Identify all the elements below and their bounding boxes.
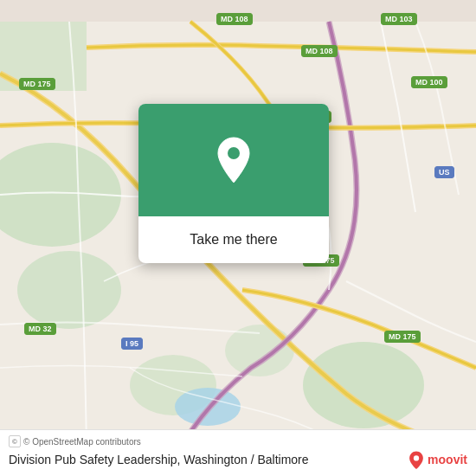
- map-container: MD 175 MD 108 MD 108 MD 103 MD 100 108 M…: [0, 0, 476, 476]
- popup-map-area: [138, 104, 329, 216]
- popup-button-area: Take me there: [138, 216, 329, 263]
- attribution: © © OpenStreetMap contributors: [9, 435, 467, 447]
- bottom-bar: © © OpenStreetMap contributors Division …: [0, 429, 476, 476]
- road-badge-md108-t1: MD 108: [216, 13, 253, 25]
- osm-logo: ©: [9, 435, 21, 447]
- popup-card: Take me there: [138, 104, 329, 263]
- road-badge-md175-br: MD 175: [384, 331, 421, 343]
- road-badge-md100: MD 100: [411, 76, 447, 88]
- svg-point-8: [228, 147, 240, 159]
- svg-point-2: [303, 342, 424, 428]
- road-badge-us: US: [434, 166, 454, 178]
- take-me-there-button[interactable]: Take me there: [149, 228, 318, 251]
- moovit-brand-text: moovit: [428, 453, 467, 466]
- road-badge-md175-tl: MD 175: [19, 78, 55, 90]
- road-badge-md103: MD 103: [381, 13, 417, 25]
- attribution-text: © OpenStreetMap contributors: [23, 437, 141, 447]
- location-title: Division Pub Safety Leadership, Washingt…: [9, 450, 467, 469]
- moovit-logo: moovit: [407, 450, 467, 469]
- map-pin-icon: [213, 136, 254, 184]
- moovit-pin-icon: [407, 450, 426, 469]
- road-badge-md32: MD 32: [24, 323, 56, 335]
- svg-point-9: [414, 455, 419, 460]
- location-name: Division Pub Safety Leadership, Washingt…: [9, 453, 309, 466]
- svg-point-4: [17, 251, 121, 329]
- road-badge-i95-bl: I 95: [121, 338, 143, 350]
- road-badge-md108-t2: MD 108: [301, 45, 338, 57]
